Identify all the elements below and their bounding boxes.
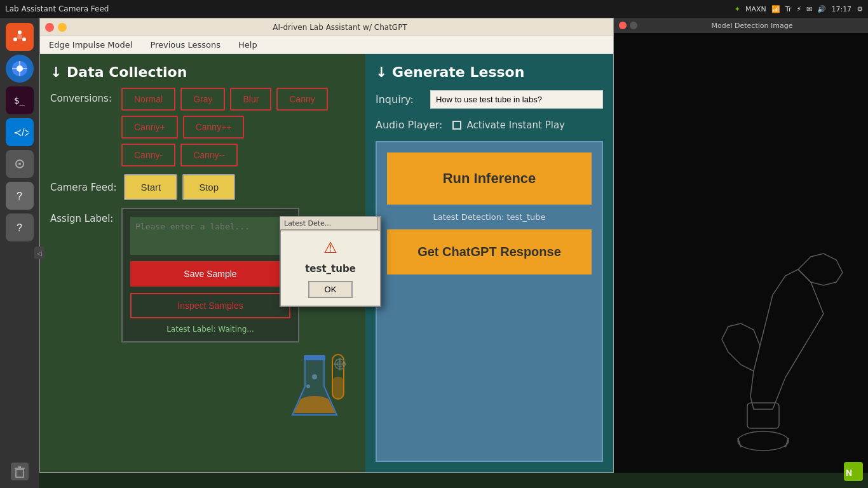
activate-label: Activate Instant Play <box>466 119 565 131</box>
svg-text:≺/≻: ≺/≻ <box>13 127 29 138</box>
ubuntu-icon[interactable] <box>6 23 34 51</box>
svg-text:?: ? <box>17 191 22 201</box>
activate-checkbox[interactable] <box>452 121 461 130</box>
camera-sketch-svg <box>646 155 868 473</box>
taskbar-title: Lab Assistant Camera Feed <box>5 4 735 13</box>
sidebar-collapse-btn[interactable]: ◁ <box>34 247 44 259</box>
right-panel: ↓ Generate Lesson Inquiry: Audio Player:… <box>365 54 613 472</box>
taskbar: Lab Assistant Camera Feed ✦ MAXN 📶 Tr ⚡ … <box>0 0 868 18</box>
trash-icon[interactable] <box>11 463 29 483</box>
camera-section: Camera Feed: Start Stop <box>50 174 355 200</box>
warning-icon: ⚠ <box>323 239 337 257</box>
chatgpt-response-button[interactable]: Get ChatGPT Response <box>387 229 592 274</box>
nvidia-logo-bottom: N <box>844 462 863 483</box>
terminal-icon[interactable]: $_ <box>6 86 34 114</box>
svg-point-13 <box>18 163 21 165</box>
audio-checkbox-row: Activate Instant Play <box>452 119 565 131</box>
nvidia-icon: ✦ <box>735 5 740 13</box>
svg-rect-24 <box>304 355 325 360</box>
save-sample-button[interactable]: Save Sample <box>130 261 290 287</box>
svg-point-27 <box>312 374 317 379</box>
label-input[interactable] <box>130 217 290 255</box>
dialog-min-indicator <box>294 221 301 228</box>
close-button[interactable] <box>45 23 54 32</box>
volume-icon: 🔊 <box>817 5 826 13</box>
data-collection-title: ↓ Data Collection <box>50 64 355 80</box>
conv-row-3: Canny- Canny-- <box>121 144 328 166</box>
conv-btn-canny-minus[interactable]: Canny- <box>121 144 175 166</box>
mail-icon: ✉ <box>806 5 812 13</box>
svg-rect-33 <box>747 403 779 428</box>
menu-previous-lessons[interactable]: Previous Lessons <box>146 39 224 51</box>
vscode-icon[interactable]: ≺/≻ <box>6 118 34 146</box>
dialog-ok-button[interactable]: OK <box>308 281 353 298</box>
camera-content <box>614 33 868 473</box>
conv-row-1: Normal Gray Blur Canny <box>121 88 328 111</box>
assign-box: Save Sample Inspect Samples Latest Label… <box>121 208 299 342</box>
window-titlebar: AI-driven Lab Assistant w/ ChatGPT <box>40 18 613 36</box>
camera-min-btn[interactable] <box>630 22 637 29</box>
audio-row: Audio Player: Activate Instant Play <box>376 119 603 131</box>
camera-buttons: Start Stop <box>124 174 235 200</box>
conv-btn-canny-dminus[interactable]: Canny-- <box>180 144 238 166</box>
camera-label: Camera Feed: <box>50 182 116 193</box>
menubar: Edge Impulse Model Previous Lessons Help <box>40 36 613 54</box>
svg-text:$_: $_ <box>14 95 25 106</box>
svg-rect-18 <box>11 463 29 480</box>
svg-point-1 <box>18 30 22 34</box>
latest-detection-text: Latest Detection: test_tube <box>387 212 592 222</box>
inference-box: Run Inference Latest Detection: test_tub… <box>376 141 603 462</box>
conversion-buttons: Normal Gray Blur Canny Canny+ Canny++ Ca… <box>121 88 328 166</box>
start-button[interactable]: Start <box>124 174 177 200</box>
clock: 17:17 <box>831 5 851 13</box>
latest-label-text: Latest Label: Waiting... <box>130 325 290 334</box>
svg-point-2 <box>13 37 17 41</box>
conv-btn-blur[interactable]: Blur <box>230 88 271 111</box>
run-inference-button[interactable]: Run Inference <box>387 152 592 205</box>
settings-icon[interactable] <box>6 150 34 178</box>
menu-edge-impulse[interactable]: Edge Impulse Model <box>45 39 136 51</box>
dialog-close-btn[interactable] <box>285 221 292 228</box>
dialog-message: test_tube <box>305 263 356 274</box>
svg-point-4 <box>17 34 22 39</box>
lab-illustration <box>276 351 353 421</box>
inquiry-row: Inquiry: <box>376 90 603 109</box>
dialog-title: Latest Dete... <box>309 220 356 229</box>
conversions-label: Conversions: <box>50 88 114 104</box>
minimize-button[interactable] <box>58 23 67 32</box>
window-controls <box>45 23 67 32</box>
svg-text:N: N <box>846 468 852 478</box>
nvidia-label: MAXN <box>745 5 766 13</box>
window-title: AI-driven Lab Assistant w/ ChatGPT <box>72 23 608 32</box>
inspect-samples-button[interactable]: Inspect Samples <box>130 293 290 318</box>
conv-btn-canny[interactable]: Canny <box>276 88 327 111</box>
dialog-content: ⚠ test_tube OK <box>281 231 380 306</box>
help-icon[interactable]: ? <box>6 182 34 210</box>
svg-point-28 <box>306 384 310 388</box>
camera-title: Model Detection Image <box>641 22 863 30</box>
conv-btn-gray[interactable]: Gray <box>180 88 225 111</box>
browser-icon[interactable] <box>6 55 34 83</box>
assign-label: Assign Label: <box>50 208 114 224</box>
conv-btn-canny-dplus[interactable]: Canny++ <box>183 116 245 139</box>
tr-icon: Tr <box>785 5 792 13</box>
menu-help[interactable]: Help <box>234 39 261 51</box>
dialog-box[interactable]: Latest Dete... ⚠ test_tube OK <box>280 216 381 307</box>
bluetooth-icon: ⚡ <box>796 5 801 13</box>
help2-icon[interactable]: ? <box>6 214 34 241</box>
wifi-icon: 📶 <box>771 5 780 13</box>
stop-button[interactable]: Stop <box>182 174 235 200</box>
camera-image-panel: Model Detection Image <box>614 18 868 473</box>
inquiry-label: Inquiry: <box>376 93 420 105</box>
camera-window-controls <box>619 22 637 29</box>
camera-titlebar: Model Detection Image <box>614 18 868 33</box>
sidebar: $_ ≺/≻ ? ? ◁ <box>0 18 39 488</box>
svg-point-3 <box>22 37 26 41</box>
generate-lesson-title: ↓ Generate Lesson <box>376 64 603 80</box>
conv-btn-normal[interactable]: Normal <box>121 88 175 111</box>
dialog-titlebar: Latest Dete... <box>281 217 380 231</box>
inquiry-input[interactable] <box>430 90 603 109</box>
conv-row-2: Canny+ Canny++ <box>121 116 328 139</box>
camera-close-btn[interactable] <box>619 22 627 29</box>
conv-btn-canny-plus[interactable]: Canny+ <box>121 116 178 139</box>
